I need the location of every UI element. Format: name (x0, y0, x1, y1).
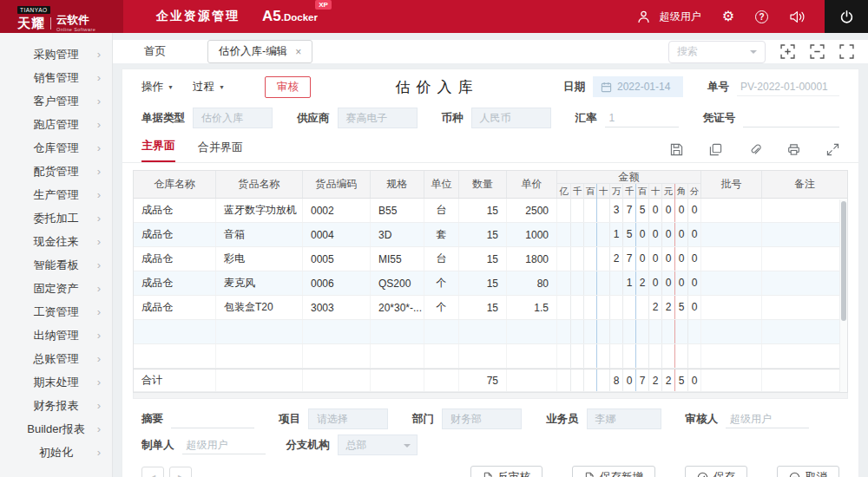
cell-batch[interactable] (701, 199, 762, 222)
zoom-in-corners-icon[interactable] (780, 44, 795, 59)
cell-note[interactable] (762, 344, 847, 368)
sidebar-item[interactable]: 配货管理› (0, 160, 112, 183)
sidebar-item[interactable]: 采购管理› (0, 42, 112, 66)
cell-warehouse[interactable] (134, 344, 216, 368)
cell-price[interactable]: 1000 (507, 223, 557, 246)
cell-price[interactable] (507, 344, 557, 368)
sidebar-item[interactable]: 财务报表› (0, 394, 112, 417)
cell-amount[interactable]: 2250 (557, 296, 701, 319)
tab-close-icon[interactable]: × (295, 46, 301, 58)
sidebar-item[interactable]: 总账管理› (0, 347, 112, 370)
table-row[interactable]: 成品仓麦克风0006QS200个1580120000 (134, 271, 847, 296)
table-row[interactable] (134, 344, 847, 369)
sidebar-item[interactable]: 期末处理› (0, 370, 112, 394)
cell-note[interactable] (762, 247, 847, 271)
cell-spec[interactable]: 3D (371, 223, 424, 246)
save-disk-icon[interactable] (670, 143, 683, 156)
salesman-input[interactable]: 李娜 (587, 408, 661, 429)
cell-batch[interactable] (701, 369, 762, 391)
vertical-scrollbar[interactable] (839, 199, 847, 392)
sidebar-item[interactable]: 智能看板› (0, 253, 112, 277)
zoom-out-corners-icon[interactable] (810, 44, 825, 59)
save-new-button[interactable]: 保存新增 (572, 466, 655, 477)
cell-warehouse[interactable]: 成品仓 (134, 296, 216, 319)
cell-price[interactable] (507, 320, 557, 343)
tab-home[interactable]: 首页 (144, 44, 166, 59)
cell-unit[interactable] (424, 344, 459, 368)
sidebar-item[interactable]: 生产管理› (0, 183, 112, 206)
sidebar-item[interactable]: 仓库管理› (0, 136, 112, 160)
tab-active-document[interactable]: 估价入库-编辑 × (207, 40, 312, 63)
cell-warehouse[interactable]: 成品仓 (134, 223, 216, 246)
process-menu[interactable]: 过程▼ (193, 80, 225, 95)
supplier-input[interactable]: 赛高电子 (338, 108, 418, 128)
cell-spec[interactable]: B55 (371, 199, 424, 222)
prev-record-button[interactable]: ◀ (141, 467, 164, 477)
cell-batch[interactable] (701, 296, 762, 319)
cell-price[interactable]: 1.5 (507, 296, 557, 319)
cell-amount[interactable]: 1500000 (557, 223, 701, 246)
cell-qty[interactable] (459, 344, 507, 368)
cell-amount[interactable] (557, 344, 701, 368)
user-menu[interactable]: 超级用户 (636, 10, 701, 24)
voucher-input[interactable] (743, 108, 839, 127)
settings-gear-icon[interactable]: ⚙ (722, 10, 734, 23)
project-input[interactable]: 请选择 (308, 408, 388, 429)
table-total-row[interactable]: 合计758072250 (134, 369, 847, 392)
search-select[interactable]: 搜索 (668, 41, 766, 63)
cell-note[interactable] (762, 271, 847, 295)
cell-note[interactable] (762, 199, 847, 222)
sidebar-item[interactable]: 初始化› (0, 441, 112, 464)
auditor-input[interactable]: 超级用户 (726, 409, 809, 428)
cell-price[interactable] (507, 369, 557, 391)
cell-amount[interactable]: 120000 (557, 271, 701, 295)
scrollbar-thumb[interactable] (841, 201, 846, 321)
table-row[interactable]: 成品仓音箱00043D套1510001500000 (134, 223, 847, 247)
cell-qty[interactable]: 15 (459, 199, 507, 222)
cell-amount[interactable]: 3750000 (557, 199, 701, 222)
expand-icon[interactable] (826, 143, 839, 156)
cell-product[interactable]: 包装盒T20 (216, 296, 303, 319)
unaudit-button[interactable]: 反审核 (470, 466, 543, 477)
sidebar-item[interactable]: 客户管理› (0, 89, 112, 113)
logout-power-button[interactable] (825, 0, 868, 33)
table-row[interactable] (134, 320, 847, 344)
sidebar-item[interactable]: 固定资产› (0, 277, 112, 300)
cell-batch[interactable] (701, 247, 762, 271)
speaker-icon[interactable] (789, 10, 806, 23)
sidebar-item[interactable]: 出纳管理› (0, 323, 112, 347)
cell-amount[interactable]: 8072250 (557, 369, 701, 391)
cell-unit[interactable]: 套 (424, 223, 459, 246)
fullscreen-corners-icon[interactable] (839, 44, 854, 59)
cell-warehouse[interactable] (134, 320, 216, 343)
sidebar-item[interactable]: 工资管理› (0, 300, 112, 323)
date-input[interactable]: 2022-01-14 (593, 76, 683, 97)
cell-spec[interactable]: QS200 (371, 271, 424, 295)
cell-product[interactable]: 麦克风 (216, 271, 303, 295)
cell-warehouse[interactable]: 合计 (134, 369, 216, 391)
cell-product[interactable] (216, 320, 303, 343)
cell-code[interactable]: 0002 (303, 199, 371, 222)
sidebar-item[interactable]: 跑店管理› (0, 113, 112, 136)
horizontal-scrollbar[interactable] (133, 393, 848, 399)
cell-unit[interactable] (424, 320, 459, 343)
cell-batch[interactable] (701, 320, 762, 343)
cell-spec[interactable] (371, 344, 424, 368)
sidebar-item[interactable]: 现金往来› (0, 230, 112, 253)
tab-merge-view[interactable]: 合并界面 (198, 140, 243, 162)
cell-warehouse[interactable]: 成品仓 (134, 271, 216, 295)
cell-qty[interactable]: 15 (459, 271, 507, 295)
cell-unit[interactable]: 个 (424, 296, 459, 319)
cell-code[interactable]: 3003 (303, 296, 371, 319)
cell-unit[interactable]: 个 (424, 271, 459, 295)
cell-code[interactable]: 0004 (303, 223, 371, 246)
cell-unit[interactable]: 台 (424, 199, 459, 222)
save-button[interactable]: 保存 (685, 466, 747, 477)
cell-code[interactable] (303, 369, 371, 391)
next-record-button[interactable]: ▶ (169, 467, 192, 477)
cell-spec[interactable]: MI55 (371, 247, 424, 271)
branch-select[interactable]: 总部 (338, 435, 418, 455)
cell-amount[interactable] (557, 320, 701, 343)
cell-amount[interactable]: 2700000 (557, 247, 701, 271)
summary-input[interactable] (171, 409, 254, 428)
